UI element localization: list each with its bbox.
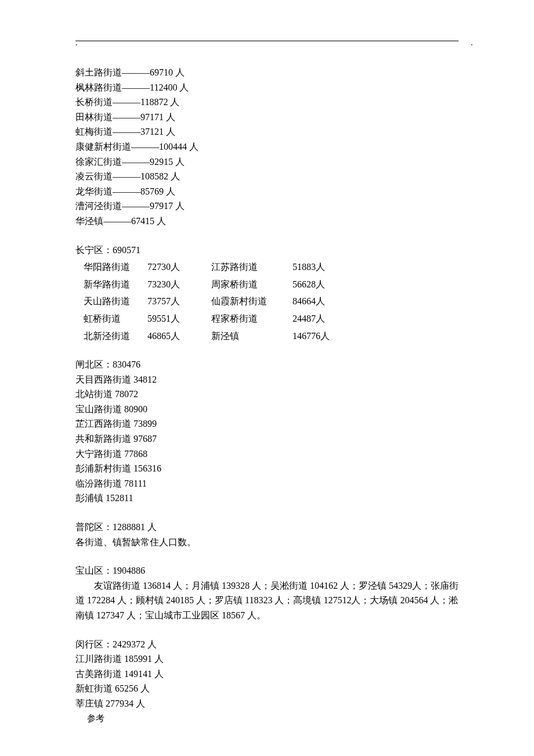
baoshan-block: 宝山区：1904886 友谊路街道 136814 人；月浦镇 139328 人；… — [75, 563, 459, 622]
changning-cell: 新泾镇 — [211, 329, 293, 344]
xuhui-item: 凌云街道———108582 人 — [75, 169, 459, 184]
changning-cell: 北新泾街道 — [84, 329, 147, 344]
header-rule: . . . . — [75, 41, 459, 42]
minhang-item: 古美路街道 149141 人 — [75, 667, 459, 682]
zhabei-item: 共和新路街道 97687 — [75, 431, 459, 447]
zhabei-title: 闸北区：830476 — [75, 357, 459, 372]
changning-cell: 56628人 — [293, 277, 356, 292]
xuhui-item: 斜土路街道———69710 人 — [75, 65, 459, 80]
zhabei-item: 彭浦镇 152811 — [75, 491, 459, 506]
footer-text: 参考 — [87, 711, 104, 725]
changning-cell: 59551人 — [147, 311, 211, 326]
zhabei-item: 北站街道 78072 — [75, 387, 459, 402]
changning-cell: 84664人 — [293, 294, 356, 309]
changning-cell: 江苏路街道 — [211, 260, 293, 275]
xuhui-item: 田林街道———97171 人 — [75, 110, 459, 125]
zhabei-block: 闸北区：830476 天目西路街道 34812北站街道 78072宝山路街道 8… — [75, 357, 459, 506]
changning-cell: 146776人 — [293, 329, 356, 344]
changning-cell: 73230人 — [147, 277, 211, 292]
changning-cell: 72730人 — [147, 260, 211, 275]
document-page: . . . . 斜土路街道———69710 人枫林路街道———112400 人长… — [0, 0, 534, 756]
xuhui-item: 长桥街道———118872 人 — [75, 95, 459, 110]
zhabei-item: 大宁路街道 77868 — [75, 447, 459, 462]
minhang-item: 江川路街道 185991 人 — [75, 651, 459, 667]
xuhui-item: 龙华街道———85769 人 — [75, 184, 459, 199]
zhabei-item: 宝山路街道 80900 — [75, 402, 459, 417]
zhabei-item: 芷江西路街道 73899 — [75, 416, 459, 431]
changning-cell: 仙霞新村街道 — [211, 294, 293, 309]
minhang-item: 新虹街道 65256 人 — [75, 681, 459, 696]
changning-cell: 华阳路街道 — [84, 260, 147, 275]
changning-cell: 46865人 — [147, 329, 211, 344]
header-dots: . . . . — [75, 37, 459, 49]
changning-title: 长宁区：690571 — [75, 243, 459, 258]
xuhui-item: 华泾镇———67415 人 — [75, 214, 459, 229]
zhabei-item: 天目西路街道 34812 — [75, 372, 459, 387]
changning-block: 长宁区：690571 华阳路街道72730人江苏路街道51883人新华路街道73… — [75, 243, 459, 344]
zhabei-item: 临汾路街道 78111 — [75, 476, 459, 491]
minhang-item: 莘庄镇 277934 人 — [75, 696, 459, 711]
putuo-title: 普陀区：1288881 人 — [75, 520, 459, 535]
baoshan-paragraph: 友谊路街道 136814 人；月浦镇 139328 人；吴淞街道 104162 … — [75, 578, 459, 623]
minhang-items: 江川路街道 185991 人古美路街道 149141 人新虹街道 65256 人… — [75, 651, 459, 711]
minhang-block: 闵行区：2429372 人 江川路街道 185991 人古美路街道 149141… — [75, 637, 459, 711]
baoshan-title: 宝山区：1904886 — [75, 563, 459, 578]
xuhui-item: 康健新村街道———100444 人 — [75, 139, 459, 154]
changning-cell: 73757人 — [147, 294, 211, 309]
xuhui-item: 漕河泾街道———97917 人 — [75, 199, 459, 214]
xuhui-block: 斜土路街道———69710 人枫林路街道———112400 人长桥街道———11… — [75, 65, 459, 229]
changning-cell: 程家桥街道 — [211, 311, 293, 326]
changning-cell: 天山路街道 — [84, 294, 147, 309]
changning-cell: 24487人 — [293, 311, 356, 326]
changning-cell: 51883人 — [293, 260, 356, 275]
xuhui-item: 徐家汇街道———92915 人 — [75, 154, 459, 170]
changning-cell: 虹桥街道 — [84, 311, 147, 326]
zhabei-items: 天目西路街道 34812北站街道 78072宝山路街道 80900芷江西路街道 … — [75, 372, 459, 506]
changning-cell: 周家桥街道 — [211, 277, 293, 292]
zhabei-item: 彭浦新村街道 156316 — [75, 461, 459, 476]
putuo-block: 普陀区：1288881 人 各街道、镇暂缺常住人口数。 — [75, 520, 459, 549]
changning-cell: 新华路街道 — [84, 277, 147, 292]
xuhui-item: 枫林路街道———112400 人 — [75, 80, 459, 95]
xuhui-item: 虹梅街道———37121 人 — [75, 124, 459, 139]
putuo-note: 各街道、镇暂缺常住人口数。 — [75, 535, 459, 550]
minhang-title: 闵行区：2429372 人 — [75, 637, 459, 652]
changning-table: 华阳路街道72730人江苏路街道51883人新华路街道73230人周家桥街道56… — [84, 260, 459, 343]
